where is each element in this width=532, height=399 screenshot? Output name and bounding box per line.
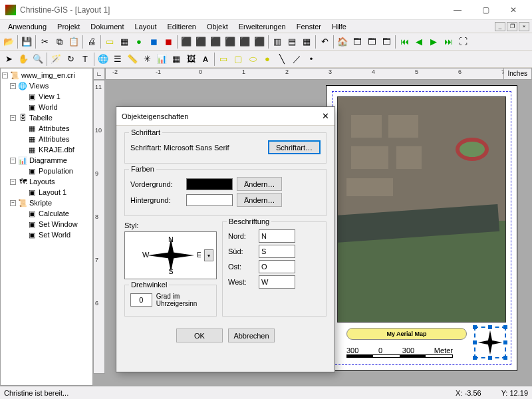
menu-dokument[interactable]: Dokument — [85, 21, 129, 32]
project-tree[interactable]: −📜www_img_en.cri −🌐Views ▣View 1 ▣World … — [0, 68, 93, 386]
distribute-h-icon[interactable]: ▥ — [270, 35, 285, 49]
text-tool-icon[interactable]: T — [78, 52, 92, 66]
insert-north-icon[interactable]: ✳ — [140, 52, 154, 66]
menu-anwendung[interactable]: Anwendung — [3, 21, 52, 32]
tree-tabelle[interactable]: Tabelle — [29, 114, 53, 122]
copy-icon[interactable]: ⧉ — [52, 35, 66, 49]
north-arrow-selected[interactable] — [474, 327, 506, 358]
distribute-v-icon[interactable]: ▤ — [285, 35, 299, 49]
insert-image-icon[interactable]: 🖼 — [184, 52, 198, 66]
insert-chart-icon[interactable]: 📊 — [154, 52, 169, 66]
new-view-icon[interactable]: 🗔 — [350, 35, 364, 49]
rotate-icon[interactable]: ↻ — [63, 52, 78, 66]
align-top-icon[interactable]: ⬛ — [223, 35, 237, 49]
tree-item[interactable]: Set Window — [39, 220, 78, 228]
align-middle-icon[interactable]: ⬛ — [237, 35, 252, 49]
south-input[interactable]: S — [259, 245, 295, 258]
tree-item[interactable]: World — [39, 103, 58, 111]
menu-layout[interactable]: Layout — [130, 21, 162, 32]
paste-icon[interactable]: 📋 — [66, 35, 81, 49]
shape-group-icon[interactable]: ▦ — [117, 35, 132, 49]
tree-item[interactable]: View 1 — [39, 92, 61, 100]
layout-page[interactable]: My Aerial Map 3000300Meter — [326, 85, 517, 371]
nav-prev-icon[interactable]: ◀ — [412, 35, 426, 49]
draw-point-icon[interactable]: • — [304, 52, 319, 66]
menu-fenster[interactable]: Fenster — [291, 21, 327, 32]
align-right-icon[interactable]: ⬛ — [208, 35, 223, 49]
shape-square-blue-icon[interactable]: ◼ — [146, 35, 161, 49]
draw-roundrect-icon[interactable]: ▢ — [231, 52, 245, 66]
align-bottom-icon[interactable]: ⬛ — [252, 35, 267, 49]
rotation-input[interactable]: 0 — [130, 293, 152, 307]
open-icon[interactable]: 📂 — [1, 35, 16, 49]
tree-item[interactable]: Attributes — [39, 135, 69, 143]
style-selector[interactable]: N S E W ▾ — [124, 231, 217, 279]
maximize-button[interactable]: ▢ — [472, 2, 499, 18]
menu-objekt[interactable]: Objekt — [201, 21, 233, 32]
tree-item[interactable]: Population — [39, 167, 73, 175]
close-button[interactable]: ✕ — [500, 2, 527, 18]
insert-text-icon[interactable]: A — [198, 52, 213, 66]
east-input[interactable]: O — [259, 260, 295, 273]
cancel-button[interactable]: Abbrechen — [228, 329, 275, 342]
draw-line-icon[interactable]: ╲ — [275, 52, 289, 66]
properties-icon[interactable]: 🪄 — [49, 52, 63, 66]
mdi-minimize-button[interactable]: _ — [495, 22, 505, 31]
map-title[interactable]: My Aerial Map — [346, 328, 467, 340]
draw-rect-icon[interactable]: ▭ — [216, 52, 231, 66]
foreground-change-button[interactable]: Ändern… — [237, 177, 282, 191]
dialog-close-button[interactable]: ✕ — [322, 111, 329, 121]
align-center-icon[interactable]: ⬛ — [194, 35, 208, 49]
pointer-icon[interactable]: ➤ — [1, 52, 16, 66]
tree-item[interactable]: Calculate — [39, 209, 69, 217]
new-chart-icon[interactable]: 🗔 — [379, 35, 394, 49]
menu-projekt[interactable]: Projekt — [52, 21, 85, 32]
ok-button[interactable]: OK — [176, 329, 223, 342]
shape-rect-yellow-icon[interactable]: ▭ — [102, 35, 117, 49]
grid-icon[interactable]: ▦ — [299, 35, 314, 49]
nav-next-icon[interactable]: ▶ — [426, 35, 441, 49]
menu-erweiterungen[interactable]: Erweiterungen — [233, 21, 291, 32]
north-input[interactable]: N — [259, 229, 295, 243]
tree-item[interactable]: Layout 1 — [39, 188, 66, 196]
zoom-icon[interactable]: 🔍 — [31, 52, 45, 66]
tree-layouts[interactable]: Layouts — [29, 178, 55, 186]
mdi-restore-button[interactable]: ❐ — [507, 22, 517, 31]
font-button[interactable]: Schriftart… — [268, 140, 321, 154]
tree-item[interactable]: Attributes — [39, 124, 69, 132]
draw-circle-icon[interactable]: ● — [260, 52, 275, 66]
tree-item[interactable]: Set World — [39, 231, 70, 239]
new-table-icon[interactable]: 🗔 — [364, 35, 379, 49]
scalebar[interactable]: 3000300Meter — [346, 346, 453, 358]
shape-circle-green-icon[interactable]: ● — [132, 35, 146, 49]
undo-icon[interactable]: ↶ — [317, 35, 332, 49]
shape-square-red-icon[interactable]: ◼ — [161, 35, 176, 49]
menu-editieren[interactable]: Editieren — [162, 21, 201, 32]
tree-root[interactable]: www_img_en.cri — [21, 71, 75, 79]
align-left-icon[interactable]: ⬛ — [179, 35, 194, 49]
insert-view-icon[interactable]: 🌐 — [96, 52, 110, 66]
draw-ellipse-icon[interactable]: ⬭ — [245, 52, 260, 66]
tree-item[interactable]: KRAJE.dbf — [39, 146, 74, 154]
tree-views[interactable]: Views — [29, 82, 49, 90]
mdi-close-button[interactable]: × — [519, 22, 529, 31]
insert-scalebar-icon[interactable]: 📏 — [125, 52, 140, 66]
fullscreen-icon[interactable]: ⛶ — [456, 35, 470, 49]
insert-table-icon[interactable]: ▦ — [169, 52, 184, 66]
tree-diagramme[interactable]: Diagramme — [29, 156, 67, 164]
pan-icon[interactable]: ✋ — [16, 52, 31, 66]
home-icon[interactable]: 🏠 — [335, 35, 350, 49]
background-change-button[interactable]: Ändern… — [237, 193, 282, 207]
minimize-button[interactable]: — — [444, 2, 471, 18]
west-input[interactable]: W — [259, 275, 295, 289]
tree-skripte[interactable]: Skripte — [29, 199, 52, 207]
chevron-down-icon[interactable]: ▾ — [204, 249, 213, 261]
menu-hilfe[interactable]: Hilfe — [327, 21, 352, 32]
cut-icon[interactable]: ✂ — [37, 35, 52, 49]
print-icon[interactable]: 🖨 — [84, 35, 99, 49]
insert-legend-icon[interactable]: ☰ — [110, 52, 125, 66]
nav-first-icon[interactable]: ⏮ — [397, 35, 412, 49]
aerial-map-frame[interactable] — [337, 96, 506, 323]
draw-polyline-icon[interactable]: ／ — [289, 52, 304, 66]
save-icon[interactable]: 💾 — [19, 35, 34, 49]
